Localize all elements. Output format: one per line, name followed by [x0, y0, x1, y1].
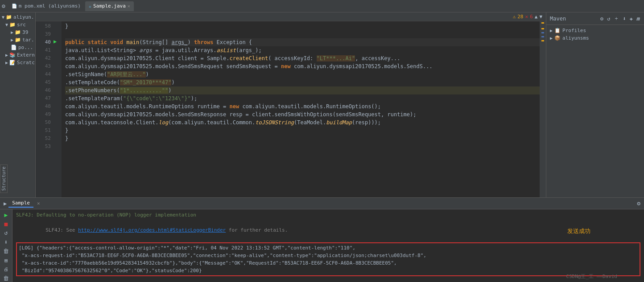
watermark: CSDN@王_工 ——David — [566, 273, 617, 280]
line-num-41: 41 — [36, 46, 51, 54]
chevron-right-icon: ▶ — [550, 28, 553, 33]
run-trash-btn[interactable]: 🗑 — [1, 275, 11, 282]
folder-icon: 📁 — [9, 22, 16, 28]
line-num-39: 39 — [36, 30, 51, 38]
chevron-down-icon: ▼ — [2, 15, 4, 20]
tab-close-button[interactable]: ✕ — [128, 4, 130, 8]
slf4j-suffix: for further details. — [226, 227, 288, 233]
maven-panel-header: Maven ⚙ ↺ ＋ ⬇ ✚ m — [546, 12, 644, 25]
line-num-51: 51 — [36, 127, 51, 135]
run-clear-btn[interactable]: 🗑 — [1, 248, 11, 255]
line-num-50: 50 — [36, 119, 51, 127]
refresh-icon[interactable]: ↺ — [606, 15, 611, 22]
run-tab-label[interactable]: Sample — [8, 199, 33, 208]
line-num-42: 42 — [36, 54, 51, 62]
run-play-btn[interactable]: ▶ — [1, 211, 11, 218]
letter-m-icon[interactable]: m — [636, 15, 640, 22]
chevron-down-icon: ▼ — [5, 22, 8, 27]
line-num-52: 52 — [36, 135, 51, 143]
run-content: ▶ ■ ↺ ⬇ 🗑 ▤ 🖨 🗑 SLF4J: Defaulting to no-… — [0, 209, 644, 282]
scroll-warn-3 — [541, 32, 544, 33]
code-line-51: } — [65, 127, 540, 135]
maven-aliyunsms-item[interactable]: ▶ 📦 aliyunsms — [546, 34, 644, 42]
structure-tab[interactable]: Structure — [0, 164, 8, 193]
sidebar-tar-label: tar... — [22, 37, 36, 43]
line-num-43: 43 — [36, 62, 51, 70]
folder-icon: 📁 — [15, 29, 21, 35]
sidebar-item-extern[interactable]: ▶ 📚 Extern... — [0, 51, 35, 59]
chevron-right-icon: ▶ — [5, 53, 8, 57]
sidebar-src-label: src — [17, 22, 26, 28]
right-scroll-gutter — [540, 21, 546, 197]
chevron-down-icon[interactable]: ▼ — [539, 14, 542, 20]
line-num-53: 53 — [36, 143, 51, 151]
editor-area: ⚠ 28 ✕ 6 ▲ ▼ 58 39 40 41 42 43 44 45 — [36, 12, 546, 197]
code-editor[interactable]: } public static void main(String[] args_… — [62, 21, 540, 197]
settings-icon[interactable]: ⚙ — [2, 3, 5, 9]
sidebar-extern-label: Extern... — [17, 52, 36, 58]
profiles-label: Profiles — [562, 28, 586, 33]
log-line-2: "x-acs-request-id":"B53AC718-EE6F-5CF0-A… — [19, 252, 638, 259]
log-line-3: "x-acs-trace-id":"7770aebb56e19d95428341… — [19, 259, 638, 267]
plus-icon[interactable]: ✚ — [629, 15, 634, 22]
log-line-4: "BizId":"957403867567632562^0","Code":"O… — [19, 267, 638, 274]
sidebar-pom-label: po... — [18, 45, 33, 50]
run-stop-btn[interactable]: ■ — [1, 220, 11, 227]
sidebar-item-tar[interactable]: ▶ 📁 tar... — [0, 36, 35, 44]
scroll-warn-1 — [541, 22, 544, 24]
tab-sample-java[interactable]: ☕ Sample.java ✕ — [85, 1, 134, 11]
scroll-warn-2 — [541, 28, 544, 29]
maven-toolbar: ⚙ ↺ ＋ ⬇ ✚ m — [599, 14, 640, 23]
chevron-right-icon: ▶ — [11, 37, 13, 42]
code-line-50: com.aliyun.teaconsole.Client.log(com.ali… — [65, 119, 540, 127]
slf4j-prefix: SLF4J: See — [45, 227, 78, 233]
run-scroll-end-btn[interactable]: ⬇ — [1, 238, 11, 245]
add-maven-icon[interactable]: ＋ — [613, 14, 620, 23]
maven-profiles-item[interactable]: ▶ 📋 Profiles — [546, 27, 644, 34]
run-print-btn[interactable]: 🖨 — [1, 266, 11, 273]
profiles-icon: 📋 — [554, 28, 561, 33]
code-line-46: .setPhoneNumbers("1*.........."") — [65, 86, 540, 94]
scratch-icon: 📝 — [9, 60, 16, 65]
scroll-warn-4 — [541, 36, 544, 37]
tab-bar: ⚙ 📄 m pom.xml (aliyunsms) ☕ Sample.java … — [0, 0, 644, 12]
maven-tree: ▶ 📋 Profiles ▶ 📦 aliyunsms — [546, 25, 644, 44]
run-settings-icon[interactable]: ⚙ — [637, 200, 640, 207]
xml-icon: 📄 — [11, 45, 17, 50]
tab-pom-xml[interactable]: 📄 m pom.xml (aliyunsms) — [8, 1, 84, 11]
download-icon[interactable]: ⬇ — [622, 15, 627, 22]
slf4j-link[interactable]: http://www.slf4j.org/codes.html#StaticLo… — [78, 227, 226, 233]
chevron-up-icon[interactable]: ▲ — [535, 14, 538, 20]
code-line-44: .setSignName("AR阿里云...") — [65, 70, 540, 78]
sidebar-item-aliyun[interactable]: ▼ 📁 aliyun... — [0, 13, 35, 21]
sidebar-item-src[interactable]: ▼ 📁 src — [0, 21, 35, 29]
line-num-44: 44 — [36, 70, 51, 78]
code-line-58: } — [65, 22, 540, 30]
warning-icon: ⚠ — [513, 14, 516, 20]
sidebar-item-pom[interactable]: 📄 po... — [0, 44, 35, 51]
chevron-right-icon: ▶ — [11, 30, 13, 35]
code-line-47: .setTemplateParam("{\"code\":\"1234\"}")… — [65, 94, 540, 102]
sidebar-scratch-label: Scratc... — [17, 60, 36, 65]
maven-panel: Maven ⚙ ↺ ＋ ⬇ ✚ m ▶ 📋 Profiles ▶ — [546, 12, 644, 197]
error-count: 6 — [530, 14, 533, 20]
sidebar-39-label: 39 — [22, 29, 28, 35]
sidebar-item-scratch[interactable]: ▶ 📝 Scratc... — [0, 59, 35, 66]
run-filter-btn[interactable]: ▤ — [1, 257, 11, 264]
run-output: SLF4J: Defaulting to no-operation (NOP) … — [12, 209, 644, 282]
send-success-label: 发送成功 — [567, 227, 590, 235]
maven-title: Maven — [550, 16, 566, 22]
error-icon: ✕ — [525, 14, 528, 20]
run-tab-close[interactable]: ✕ — [37, 200, 40, 206]
run-button[interactable]: ▶ — [54, 38, 57, 45]
run-rerun-btn[interactable]: ↺ — [1, 229, 11, 237]
code-line-43: com.aliyun.dysmsapi20170525.models.SendS… — [65, 62, 540, 70]
code-line-39 — [65, 30, 540, 38]
code-line-53 — [65, 143, 540, 151]
gear-icon[interactable]: ⚙ — [599, 15, 604, 22]
tab-sample-label: Sample.java — [93, 3, 126, 9]
sidebar-item-39[interactable]: ▶ 📁 39 — [0, 29, 35, 36]
line-num-48: 48 — [36, 102, 51, 110]
run-line-2: SLF4J: See http://www.slf4j.org/codes.ht… — [16, 219, 640, 241]
code-line-52: } — [65, 135, 540, 143]
